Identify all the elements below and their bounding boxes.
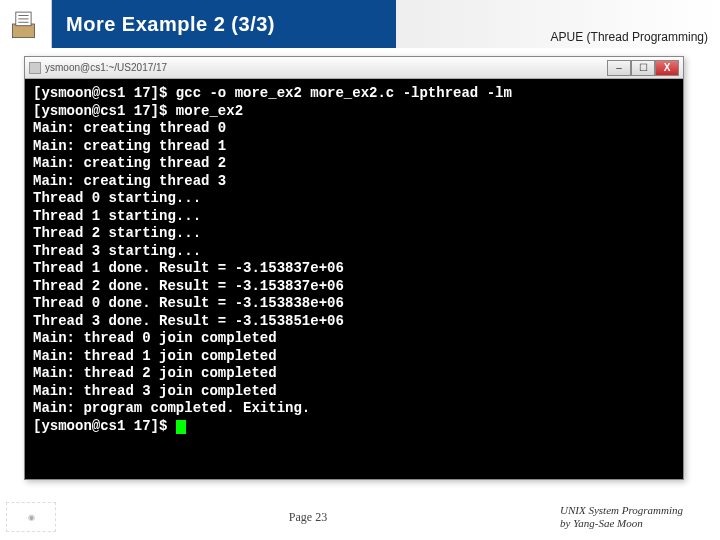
close-button[interactable]: X	[655, 60, 679, 76]
terminal-line: Thread 3 done. Result = -3.153851e+06	[33, 313, 675, 331]
window-title: ysmoon@cs1:~/US2017/17	[45, 62, 607, 73]
terminal-line: Thread 0 starting...	[33, 190, 675, 208]
footer-credit: UNIX System Programming by Yang-Sae Moon	[560, 504, 720, 530]
terminal-line: Main: thread 0 join completed	[33, 330, 675, 348]
terminal-line: Main: creating thread 1	[33, 138, 675, 156]
terminal-line: Main: thread 3 join completed	[33, 383, 675, 401]
terminal-body[interactable]: [ysmoon@cs1 17]$ gcc -o more_ex2 more_ex…	[25, 79, 683, 479]
university-logo-icon: ◉	[6, 502, 56, 532]
terminal-line: Thread 3 starting...	[33, 243, 675, 261]
maximize-button[interactable]: ☐	[631, 60, 655, 76]
terminal-line: Main: thread 2 join completed	[33, 365, 675, 383]
footer-credit-line1: UNIX System Programming	[560, 504, 710, 517]
terminal-window: ysmoon@cs1:~/US2017/17 – ☐ X [ysmoon@cs1…	[24, 56, 684, 480]
terminal-line: Thread 1 starting...	[33, 208, 675, 226]
terminal-line: Thread 1 done. Result = -3.153837e+06	[33, 260, 675, 278]
terminal-line: Main: creating thread 2	[33, 155, 675, 173]
slide-title: More Example 2 (3/3)	[52, 13, 275, 36]
slide-subtitle: APUE (Thread Programming)	[551, 30, 708, 44]
terminal-line: [ysmoon@cs1 17]$ more_ex2	[33, 103, 675, 121]
cursor-icon	[176, 420, 186, 434]
terminal-line: Thread 2 starting...	[33, 225, 675, 243]
terminal-line: Main: program completed. Exiting.	[33, 400, 675, 418]
terminal-line: Thread 2 done. Result = -3.153837e+06	[33, 278, 675, 296]
terminal-icon	[29, 62, 41, 74]
page-number: Page 23	[56, 510, 560, 525]
terminal-line: [ysmoon@cs1 17]$ gcc -o more_ex2 more_ex…	[33, 85, 675, 103]
terminal-line: [ysmoon@cs1 17]$	[33, 418, 675, 436]
terminal-line: Thread 0 done. Result = -3.153838e+06	[33, 295, 675, 313]
footer-credit-line2: by Yang-Sae Moon	[560, 517, 710, 530]
terminal-line: Main: thread 1 join completed	[33, 348, 675, 366]
terminal-line: Main: creating thread 3	[33, 173, 675, 191]
slide-footer: ◉ Page 23 UNIX System Programming by Yan…	[0, 502, 720, 532]
slide-logo-icon	[0, 0, 52, 48]
window-titlebar[interactable]: ysmoon@cs1:~/US2017/17 – ☐ X	[25, 57, 683, 79]
terminal-line: Main: creating thread 0	[33, 120, 675, 138]
minimize-button[interactable]: –	[607, 60, 631, 76]
